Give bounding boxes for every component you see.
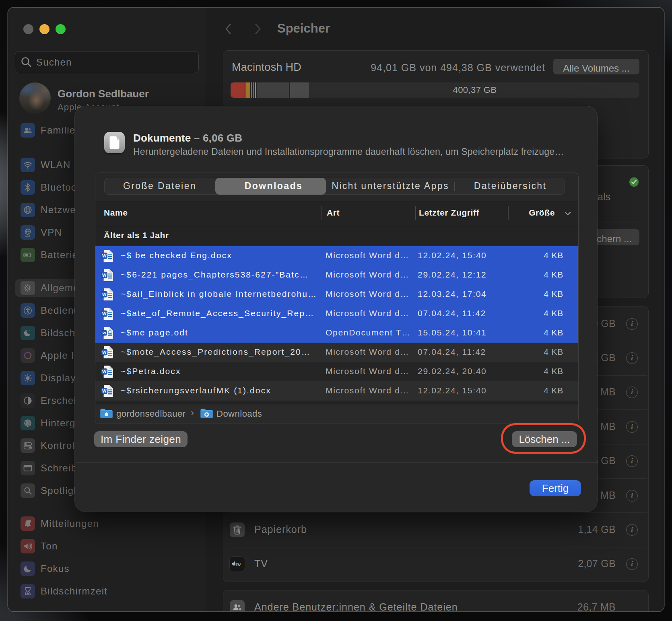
- svg-text:W: W: [102, 350, 107, 355]
- svg-text:tv: tv: [236, 561, 241, 568]
- svg-text:W: W: [102, 369, 107, 374]
- svg-text:W: W: [102, 311, 107, 316]
- svg-text:W: W: [102, 273, 107, 278]
- svg-text:W: W: [102, 292, 107, 297]
- svg-text:W: W: [102, 253, 107, 258]
- svg-text:W: W: [102, 389, 107, 393]
- svg-text:W: W: [103, 331, 106, 335]
